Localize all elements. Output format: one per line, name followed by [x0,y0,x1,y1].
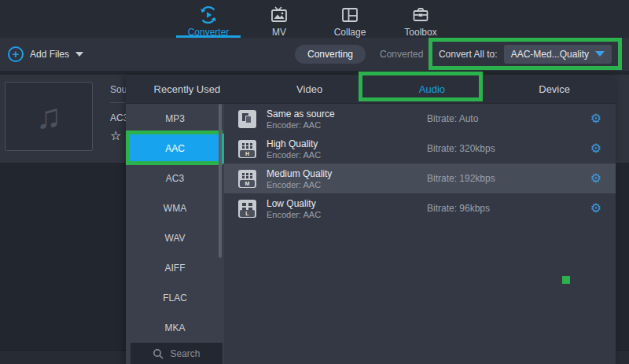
file-thumbnail: ♫ [5,82,93,151]
sidebar-item-mp3[interactable]: MP3 [126,104,224,134]
tab-converting[interactable]: Converting [295,45,366,64]
profile-row-medium-quality[interactable]: M Medium Quality Encoder: AAC Bitrate: 1… [224,164,616,193]
profile-icon-low: L [238,200,256,218]
gear-icon[interactable]: ⚙ [590,112,601,125]
format-panel-body: MP3 AAC AC3 WMA WAV AIFF FLAC MKA Search [126,104,616,364]
profile-encoder: Encoder: AAC [267,150,321,160]
panel-tab-label: Video [296,83,322,95]
search-placeholder: Search [170,348,200,359]
profile-bitrate: Bitrate: 96kbps [427,203,490,214]
sidebar-item-aiff[interactable]: AIFF [126,253,224,283]
tab-mv-label: MV [272,27,286,38]
profile-encoder: Encoder: AAC [267,210,321,219]
add-files-button[interactable]: + Add Files [8,46,83,62]
sidebar-scrollbar[interactable] [219,104,222,258]
profile-icon-medium: M [238,170,256,188]
gear-icon[interactable]: ⚙ [590,172,601,185]
profile-bitrate: Bitrate: Auto [427,113,478,124]
top-navigation: Converter MV Collage [0,0,629,38]
convert-all-dropdown[interactable]: AAC-Med...Quality [504,45,612,64]
panel-tab-label: Device [539,83,570,95]
panel-tab-label: Audio [419,83,445,95]
sidebar-item-wav[interactable]: WAV [126,223,224,253]
profile-row-low-quality[interactable]: L Low Quality Encoder: AAC Bitrate: 96kb… [224,193,616,223]
star-icon[interactable]: ☆ [110,128,121,143]
quality-badge: L [240,210,255,217]
tab-toolbox-label: Toolbox [404,27,436,38]
tab-mv[interactable]: MV [247,0,311,38]
format-panel-tabs: Recently Used Video Audio Device [126,75,616,104]
converter-icon [198,5,219,25]
profile-title: High Quality [267,138,321,149]
panel-tab-recently-used[interactable]: Recently Used [126,75,248,103]
convert-all-label: Convert All to: [439,49,498,60]
profile-icon-source [238,110,256,128]
convert-state-tabs: Converting Converted [295,45,423,64]
profile-title: Same as source [267,108,335,119]
annotation-green-dot [562,276,570,284]
search-icon [153,348,164,359]
annotation-convert-all: Convert All to: AAC-Med...Quality [429,38,622,70]
convert-all-value: AAC-Med...Quality [511,49,589,60]
panel-tab-device[interactable]: Device [493,75,616,103]
chevron-down-icon [75,52,83,57]
tab-converter[interactable]: Converter [176,0,241,38]
add-files-label: Add Files [30,49,69,60]
source-column-header: Sou [110,84,127,95]
panel-tab-audio[interactable]: Audio [371,75,494,103]
format-sidebar: MP3 AAC AC3 WMA WAV AIFF FLAC MKA Search [126,104,224,364]
profile-encoder: Encoder: AAC [267,120,335,130]
profile-title: Medium Quality [267,168,332,179]
profile-bitrate: Bitrate: 192kbps [427,173,495,184]
profile-encoder: Encoder: AAC [267,180,332,189]
profile-icon-high: H [238,140,256,158]
quality-badge: M [240,180,255,187]
mv-icon [270,5,289,25]
tab-collage-label: Collage [334,27,366,38]
panel-tab-video[interactable]: Video [248,75,371,103]
chevron-down-icon [595,51,605,57]
profile-row-high-quality[interactable]: H High Quality Encoder: AAC Bitrate: 320… [224,134,616,164]
toolbox-icon [411,5,430,25]
profile-list: Same as source Encoder: AAC Bitrate: Aut… [224,104,616,364]
profile-title: Low Quality [267,198,321,209]
sidebar-item-aac[interactable]: AAC [126,134,224,164]
file-list-area: ♫ Sou AC3 ☆ Recently Used Video Audio De… [0,71,629,364]
panel-tab-label: Recently Used [154,83,221,95]
sidebar-item-flac[interactable]: FLAC [126,283,224,313]
sidebar-item-wma[interactable]: WMA [126,193,224,223]
sidebar-item-mka[interactable]: MKA [126,313,224,343]
tab-converted[interactable]: Converted [380,49,423,60]
search-input[interactable]: Search [131,343,223,364]
collage-icon [340,5,359,25]
quality-badge: H [240,150,255,157]
tab-collage[interactable]: Collage [318,0,382,38]
sidebar-item-ac3[interactable]: AC3 [126,164,224,193]
profile-row-same-as-source[interactable]: Same as source Encoder: AAC Bitrate: Aut… [224,104,616,134]
gear-icon[interactable]: ⚙ [590,202,601,215]
format-panel: Recently Used Video Audio Device MP3 AAC… [126,75,616,364]
tab-converter-label: Converter [188,27,230,38]
toolbar: + Add Files Converting Converted Convert… [0,38,629,71]
music-note-icon: ♫ [36,99,62,134]
tab-toolbox[interactable]: Toolbox [388,0,453,38]
gear-icon[interactable]: ⚙ [590,142,601,155]
profile-bitrate: Bitrate: 320kbps [427,143,495,154]
add-icon: + [8,46,24,62]
